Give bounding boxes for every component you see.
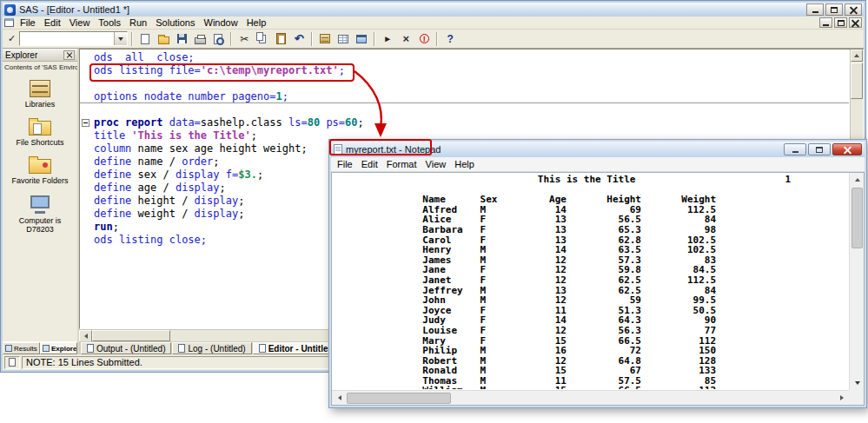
scroll-down-button[interactable]: [850, 376, 865, 390]
code-line: ods listing file='c:\temp\myreport.txt';: [80, 64, 849, 77]
notepad-menu-help[interactable]: Help: [450, 159, 479, 169]
file-shortcuts-icon: [29, 121, 51, 135]
break-button[interactable]: !: [415, 30, 433, 47]
submit-icon: ►: [383, 35, 392, 43]
explorer-window-button[interactable]: [353, 30, 370, 47]
notepad-minimize-button[interactable]: [784, 143, 806, 155]
new-document-button[interactable]: [136, 30, 154, 47]
table-editor-icon: [338, 35, 348, 43]
notepad-app-icon: [334, 144, 342, 155]
scroll-up-button[interactable]: [850, 173, 865, 187]
explorer-item-label: File Shortcuts: [16, 138, 63, 147]
fold-gutter: [80, 116, 94, 129]
window-title: SAS - [Editor - Untitled1 *]: [19, 4, 129, 15]
command-input[interactable]: [20, 33, 114, 44]
mdi-minimize-button[interactable]: [819, 17, 832, 28]
notepad-text[interactable]: This is the Title 1 Name Sex Age Height …: [336, 175, 848, 389]
document-icon: [87, 344, 94, 353]
explorer-item-label: Computer is D78203: [4, 216, 76, 234]
menu-run[interactable]: Run: [125, 17, 151, 28]
save-button[interactable]: [173, 30, 190, 47]
cut-icon: ✂: [240, 34, 248, 44]
mdi-close-button[interactable]: [849, 17, 862, 28]
explorer-bottom-tabs: ResultsExplorer: [3, 341, 77, 354]
clear-all-icon: ×: [402, 33, 409, 44]
cut-button[interactable]: ✂: [235, 30, 253, 47]
undo-button[interactable]: ↶: [290, 30, 308, 47]
explorer-item-favorite-folders[interactable]: Favorite Folders: [4, 155, 76, 185]
explorer-close-button[interactable]: [63, 50, 75, 60]
fold-gutter: [80, 234, 94, 247]
explorer-item-file-shortcuts[interactable]: File Shortcuts: [4, 117, 76, 147]
explorer-panel-title: Explorer: [5, 50, 37, 60]
tab-log-untitled[interactable]: Log - (Untitled): [172, 342, 251, 354]
notepad-menu-edit[interactable]: Edit: [357, 159, 382, 169]
menu-help[interactable]: Help: [242, 17, 271, 28]
notepad-horizontal-scrollbar[interactable]: [332, 390, 849, 405]
scroll-up-button[interactable]: [851, 50, 863, 62]
table-editor-button[interactable]: [335, 30, 352, 47]
notepad-titlebar[interactable]: myreport.txt - Notepad: [331, 142, 865, 157]
new-library-button[interactable]: [316, 30, 334, 47]
minimize-button[interactable]: [806, 3, 824, 16]
open-button[interactable]: [155, 30, 172, 47]
notepad-menu-view[interactable]: View: [421, 159, 451, 169]
copy-button[interactable]: [254, 30, 271, 47]
new-library-icon: [320, 34, 330, 43]
save-icon: [177, 34, 187, 43]
editor-document-icon[interactable]: [4, 18, 14, 27]
notepad-vertical-scrollbar[interactable]: [849, 173, 864, 390]
print-button[interactable]: [191, 30, 209, 47]
fold-collapse-icon[interactable]: [82, 119, 89, 127]
menu-tools[interactable]: Tools: [94, 17, 125, 28]
scrollbar-thumb[interactable]: [851, 63, 863, 99]
favorite-folders-icon: [29, 159, 51, 174]
tab-results[interactable]: Results: [3, 342, 40, 354]
document-icon: [259, 344, 266, 353]
tab-output-untitled[interactable]: Output - (Untitled): [81, 342, 171, 354]
scrollbar-thumb[interactable]: [92, 330, 170, 341]
menu-solutions[interactable]: Solutions: [151, 17, 199, 28]
libraries-icon: [30, 80, 50, 97]
fold-gutter: [80, 142, 94, 155]
scroll-left-button[interactable]: [332, 391, 347, 405]
scroll-left-button[interactable]: [79, 330, 92, 342]
sas-app-icon: [4, 4, 16, 16]
close-button[interactable]: [845, 3, 862, 16]
copy-icon: [256, 32, 263, 41]
notepad-close-button[interactable]: [832, 143, 862, 155]
help-icon: ?: [447, 34, 454, 44]
scrollbar-thumb[interactable]: [851, 188, 863, 248]
code-line: [80, 77, 849, 90]
print-preview-button[interactable]: [209, 30, 227, 47]
notepad-menu-file[interactable]: File: [333, 159, 357, 169]
clear-all-button[interactable]: ×: [397, 30, 414, 47]
paste-button[interactable]: [272, 30, 289, 47]
notepad-window: myreport.txt - Notepad FileEditFormatVie…: [328, 139, 867, 408]
command-dropdown-button[interactable]: [114, 32, 127, 45]
scrollbar-thumb[interactable]: [347, 393, 451, 404]
tab-explorer[interactable]: Explorer: [40, 342, 77, 354]
notepad-maximize-button[interactable]: [808, 143, 831, 155]
menu-file[interactable]: File: [16, 17, 40, 28]
sas-titlebar[interactable]: SAS - [Editor - Untitled1 *]: [3, 3, 864, 17]
explorer-item-libraries[interactable]: Libraries: [4, 80, 76, 109]
chevron-down-icon: [118, 37, 123, 41]
menu-window[interactable]: Window: [200, 17, 242, 28]
command-check-icon: ✓: [5, 33, 18, 44]
help-button[interactable]: ?: [441, 30, 459, 47]
results-icon: [5, 345, 12, 352]
sas-toolbar-icons: ✂↶►×!?: [136, 30, 459, 47]
mdi-restore-button[interactable]: [834, 17, 847, 28]
maximize-button[interactable]: [825, 3, 843, 16]
menu-view[interactable]: View: [65, 17, 95, 28]
notepad-menu-format[interactable]: Format: [382, 159, 421, 169]
scroll-right-button[interactable]: [834, 391, 849, 405]
explorer-item-computer-is-d78203[interactable]: Computer is D78203: [4, 194, 76, 234]
submit-button[interactable]: ►: [379, 30, 396, 47]
menu-edit[interactable]: Edit: [40, 17, 65, 28]
open-icon: [158, 36, 169, 44]
explorer-item-label: Favorite Folders: [11, 176, 68, 185]
toolbar-separator: [230, 32, 232, 46]
explorer-icon: [43, 345, 50, 352]
